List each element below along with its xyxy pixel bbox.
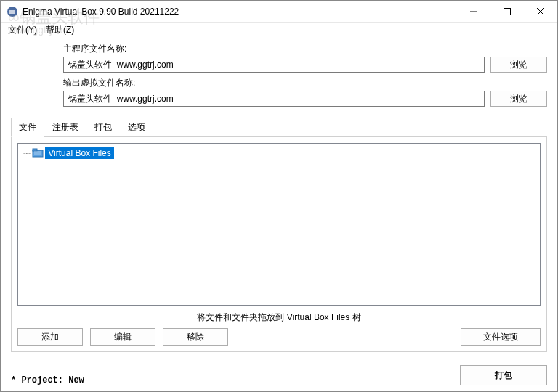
tab-registry[interactable]: 注册表 (44, 118, 86, 137)
output-file-label: 输出虚拟文件名称: (63, 75, 547, 91)
output-file-input[interactable] (63, 91, 485, 107)
titlebar: Enigma Virtual Box 9.90 Build 20211222 (1, 1, 557, 23)
remove-button[interactable]: 移除 (163, 328, 228, 346)
maximize-button[interactable] (490, 1, 524, 22)
status-area: * Project: New 打包 (1, 359, 557, 391)
file-tree[interactable]: ┈┈ Virtual Box Files (17, 143, 541, 306)
file-buttons-row: 添加 编辑 移除 文件选项 (17, 328, 541, 346)
edit-button[interactable]: 编辑 (90, 328, 155, 346)
menubar: 文件(Y) 帮助(Z) (1, 23, 557, 37)
svg-rect-3 (504, 8, 511, 15)
tree-root-label: Virtual Box Files (45, 147, 113, 159)
file-options-button[interactable]: 文件选项 (461, 328, 541, 346)
tab-options[interactable]: 选项 (120, 118, 153, 137)
tab-strip: 文件 注册表 打包 选项 (11, 117, 547, 137)
tab-pack[interactable]: 打包 (86, 118, 120, 137)
browse-output-button[interactable]: 浏览 (490, 91, 547, 107)
output-file-row: 浏览 (11, 91, 547, 107)
svg-rect-7 (33, 149, 37, 151)
browse-main-button[interactable]: 浏览 (490, 57, 547, 73)
main-file-input[interactable] (63, 57, 485, 73)
folder-tree-icon (32, 148, 44, 158)
menu-help[interactable]: 帮助(Z) (41, 23, 78, 38)
minimize-button[interactable] (457, 1, 490, 22)
tab-files[interactable]: 文件 (11, 118, 44, 137)
menu-file[interactable]: 文件(Y) (4, 23, 41, 38)
tab-panel-files: ┈┈ Virtual Box Files 将文件和文件夹拖放到 Virtual … (11, 137, 547, 352)
add-button[interactable]: 添加 (17, 328, 83, 346)
drop-hint: 将文件和文件夹拖放到 Virtual Box Files 树 (17, 306, 541, 328)
app-icon (7, 6, 18, 17)
window-title: Enigma Virtual Box 9.90 Build 20211222 (23, 7, 457, 17)
tree-connector-icon: ┈┈ (23, 149, 31, 158)
button-spacer (235, 328, 453, 346)
project-status: * Project: New (11, 375, 460, 385)
tabs-area: 文件 注册表 打包 选项 ┈┈ Virtual Box Files 将文件和文件… (11, 117, 547, 352)
app-window: ∞锅盖头软件 www.ggtrj.com Enigma Virtual Box … (0, 0, 558, 392)
main-file-row: 浏览 (11, 57, 547, 73)
tree-root-row[interactable]: ┈┈ Virtual Box Files (23, 147, 535, 160)
content-area: 主程序文件名称: 浏览 输出虚拟文件名称: 浏览 文件 注册表 打包 选项 ┈┈ (1, 37, 557, 359)
pack-button[interactable]: 打包 (460, 365, 547, 385)
close-button[interactable] (524, 1, 557, 22)
svg-rect-1 (9, 10, 15, 14)
window-controls (457, 1, 557, 22)
main-file-label: 主程序文件名称: (63, 41, 547, 57)
